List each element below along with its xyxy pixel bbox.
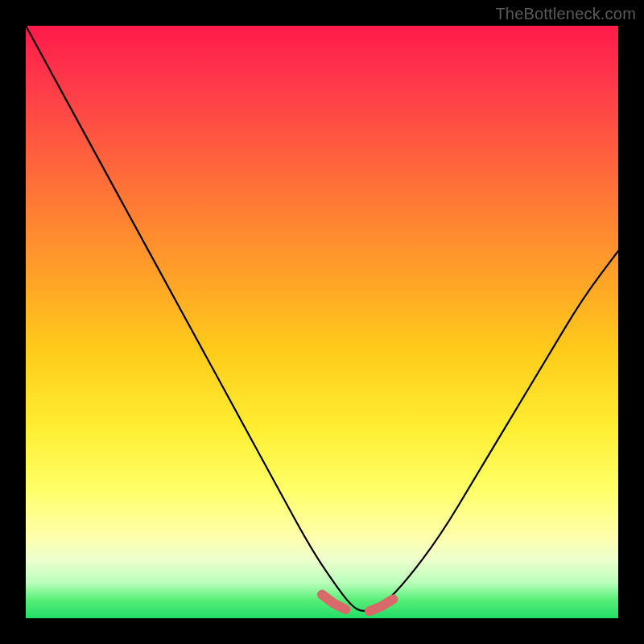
watermark-text: TheBottleneck.com (495, 5, 636, 23)
chart-frame: TheBottleneck.com (0, 0, 644, 644)
highlight-markers (26, 26, 618, 618)
plot-area (26, 26, 618, 618)
